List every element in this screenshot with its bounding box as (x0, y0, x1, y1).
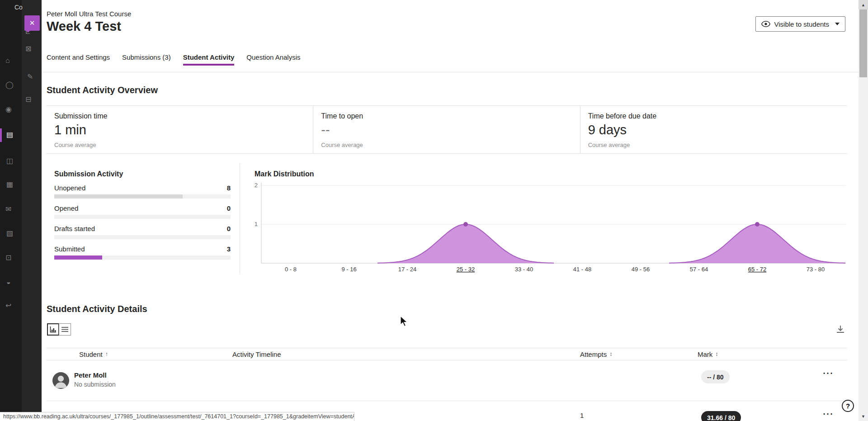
view-toggle (47, 323, 71, 336)
stat-time-to-open: Time to open -- Course average (313, 106, 580, 153)
bar-label: Submitted (54, 245, 85, 253)
submission-bar-submitted: Submitted3 (54, 245, 231, 260)
user-icon[interactable]: ◒ (6, 279, 11, 286)
stat-caption: Course average (588, 142, 847, 148)
section-heading-overview: Student Activity Overview (47, 85, 158, 95)
documents-icon[interactable]: ▧ (6, 230, 13, 237)
tab-question-analysis[interactable]: Question Analysis (246, 53, 300, 66)
person-icon (52, 372, 69, 389)
column-header-student[interactable]: Student ↑ (79, 348, 108, 360)
tab-content-and-settings[interactable]: Content and Settings (47, 53, 110, 66)
export-icon[interactable]: ⊡ (5, 254, 11, 261)
bar-label: Opened (54, 204, 78, 212)
stat-submission-time: Submission time 1 min Course average (47, 106, 313, 153)
distribution-curve (669, 224, 845, 263)
submission-bar-unopened: Unopened8 (54, 184, 231, 199)
bar-value: 0 (227, 204, 231, 212)
column-header-attempts[interactable]: Attempts ↕ (580, 348, 612, 360)
stat-caption: Course average (321, 142, 580, 148)
x-label: 57 - 64 (690, 266, 708, 273)
bar-track (54, 194, 231, 199)
tab-student-activity[interactable]: Student Activity (183, 53, 235, 66)
institution-icon[interactable]: ⌂ (5, 57, 10, 64)
chart-view-button[interactable] (47, 323, 59, 336)
scrollbar[interactable]: ▲ ▼ (859, 0, 868, 421)
profile-circle-icon[interactable]: ◯ (5, 81, 14, 89)
bar-value: 0 (227, 225, 231, 232)
chevron-down-icon (835, 23, 840, 25)
bar-label: Unopened (54, 184, 85, 192)
bar-value: 3 (227, 245, 231, 253)
x-label: 33 - 40 (515, 266, 533, 273)
x-label: 17 - 24 (398, 266, 416, 273)
visibility-label: Visible to students (774, 20, 829, 28)
x-label: 41 - 48 (573, 266, 591, 273)
close-panel-button[interactable]: ✕ (24, 15, 40, 31)
download-button[interactable] (835, 324, 845, 336)
eye-icon (761, 21, 770, 27)
help-button[interactable]: ? (842, 400, 854, 412)
mark-pill[interactable]: -- / 80 (701, 370, 730, 383)
row-more-menu[interactable]: ⋯ (822, 368, 833, 378)
gradebook-icon[interactable]: ▤ (6, 131, 13, 138)
curve-peak-dot (755, 222, 760, 227)
scrollbar-thumb[interactable] (859, 9, 867, 77)
column-label: Mark (698, 350, 712, 358)
edit-pencil-icon[interactable]: ✎ (27, 73, 33, 80)
avatar (52, 372, 69, 389)
table-header: Student ↑ Activity Timeline Attempts ↕ M… (47, 348, 847, 360)
submission-activity-title: Submission Activity (54, 170, 231, 178)
content-box-icon[interactable]: ⊟ (25, 96, 31, 103)
distribution-curve (377, 224, 554, 263)
scroll-down-icon[interactable]: ▼ (859, 412, 868, 421)
close-box-icon[interactable]: ⊠ (25, 45, 31, 52)
sort-icon: ↕ (609, 351, 612, 357)
visibility-dropdown[interactable]: Visible to students (755, 16, 845, 32)
stat-value: -- (321, 123, 580, 137)
download-icon (835, 324, 845, 334)
assessment-peek-panel: ✕ Peter Moll Ultra Test Course Week 4 Te… (42, 0, 859, 421)
list-view-button[interactable] (59, 323, 71, 336)
messages-icon[interactable]: ✉ (5, 206, 11, 213)
submission-activity-panel: Submission Activity Unopened8 Opened0 Dr… (47, 163, 240, 274)
stat-label: Time to open (321, 112, 580, 120)
x-label: 73 - 80 (807, 266, 825, 273)
x-label-link[interactable]: 65 - 72 (748, 266, 766, 273)
calendar-icon[interactable]: ▦ (6, 181, 13, 188)
column-label: Activity Timeline (232, 350, 281, 358)
x-label: 9 - 16 (341, 266, 356, 273)
student-name[interactable]: Peter Moll (74, 371, 107, 379)
column-label: Student (79, 350, 103, 358)
page-title: Week 4 Test (47, 19, 121, 34)
globe-icon[interactable]: ◉ (5, 106, 12, 113)
groups-icon[interactable]: ◫ (6, 157, 13, 165)
curve-peak-dot (463, 222, 468, 227)
status-bar-url: https://www.bb.reading.ac.uk/ultra/cours… (0, 412, 354, 421)
bar-chart-icon (50, 326, 57, 333)
stats-row: Submission time 1 min Course average Tim… (47, 105, 847, 154)
course-title: Peter Moll Ultra Test Course (47, 10, 131, 18)
submission-bar-drafts-started: Drafts started0 (54, 225, 231, 239)
y-tick-label: 1 (255, 221, 258, 227)
column-label: Attempts (580, 350, 607, 358)
bar-fill (54, 255, 102, 260)
x-label-link[interactable]: 25 - 32 (457, 266, 475, 273)
row-more-menu[interactable]: ⋯ (822, 408, 833, 419)
stat-time-before-due-date: Time before due date 9 days Course avera… (580, 106, 847, 153)
x-label: 49 - 56 (632, 266, 650, 273)
list-icon (61, 326, 68, 332)
column-header-mark[interactable]: Mark ↕ (698, 348, 718, 360)
bar-label: Drafts started (54, 225, 95, 232)
signout-icon[interactable]: ↩ (5, 302, 11, 309)
help-question-icon: ? (846, 402, 850, 410)
mark-pill[interactable]: 31.66 / 80 (701, 411, 741, 421)
stat-label: Submission time (54, 112, 313, 120)
stat-caption: Course average (54, 142, 313, 148)
scroll-up-icon[interactable]: ▲ (859, 0, 868, 9)
bar-track (54, 255, 231, 260)
active-nav-indicator (0, 128, 2, 142)
bar-fill (54, 194, 183, 199)
stat-label: Time before due date (588, 112, 847, 120)
tab-submissions[interactable]: Submissions (3) (122, 53, 171, 66)
close-icon: ✕ (29, 19, 35, 27)
